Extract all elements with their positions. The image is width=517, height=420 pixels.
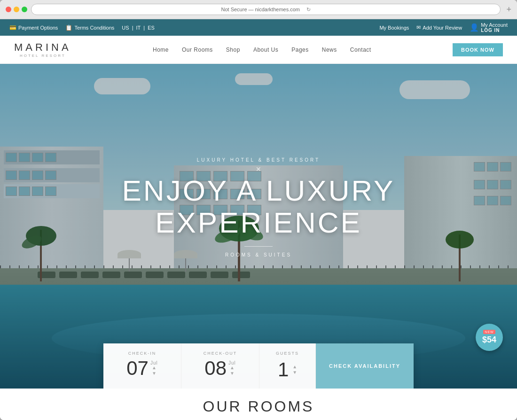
nav-news[interactable]: News <box>322 47 337 53</box>
checkout-label: CHECK-OUT <box>204 351 237 356</box>
nav-pages[interactable]: Pages <box>291 47 309 53</box>
address-bar[interactable]: Not Secure — nicdarkthemes.com ↻ <box>31 4 501 15</box>
main-nav: MARINA HOTEL RESORT Home Our Rooms Shop … <box>0 36 517 64</box>
checkin-label: CHECK-IN <box>128 351 157 356</box>
checkout-value-row: 08 Jul ▲ ▼ <box>204 358 236 378</box>
address-text: Not Secure — nicdarkthemes.com <box>221 7 300 12</box>
payment-options-item[interactable]: 💳 Payment Options <box>9 24 58 31</box>
bottom-section: OUR ROOMS <box>0 389 517 420</box>
add-review-item[interactable]: ✉ Add Your Review <box>416 24 462 31</box>
hero-rooms: ROOMS & SUITES <box>225 252 292 257</box>
nav-contact[interactable]: Contact <box>350 47 371 53</box>
nav-shop[interactable]: Shop <box>226 47 240 53</box>
hero-section: LUXURY HOTEL & BEST RESORT ✕ ENJOY A LUX… <box>0 64 517 389</box>
checkin-field: CHECK-IN 07 Jul ▲ ▼ <box>103 343 181 389</box>
dot-green[interactable] <box>22 7 27 12</box>
lang-us[interactable]: US <box>122 25 129 31</box>
checkin-value-row: 07 Jul ▲ ▼ <box>126 358 158 378</box>
browser-window: Not Secure — nicdarkthemes.com ↻ + 💳 Pay… <box>0 0 517 420</box>
guests-value-row: 1 ▲ ▼ <box>278 358 297 381</box>
check-availability-button[interactable]: CHECK AVAILABILITY <box>316 343 414 389</box>
my-account-label: My Account <box>481 22 508 28</box>
hero-content-wrapper: LUXURY HOTEL & BEST RESORT ✕ ENJOY A LUX… <box>0 64 517 420</box>
nav-home[interactable]: Home <box>153 47 169 53</box>
checkin-down-arrow[interactable]: ▼ <box>152 371 157 376</box>
logo-name: MARINA <box>14 41 71 54</box>
checkout-up-arrow[interactable]: ▲ <box>230 366 235 370</box>
website: 💳 Payment Options 📋 Terms Conditions US … <box>0 19 517 420</box>
top-bar: 💳 Payment Options 📋 Terms Conditions US … <box>0 19 517 36</box>
our-rooms-title: OUR ROOMS <box>19 398 498 415</box>
checkout-month-arrows: Jul ▲ ▼ <box>228 360 236 376</box>
checkout-down-arrow[interactable]: ▼ <box>230 371 235 376</box>
dot-yellow[interactable] <box>14 7 19 12</box>
checkin-day[interactable]: 07 <box>126 358 149 378</box>
top-bar-right: My Bookings ✉ Add Your Review 👤 My Accou… <box>379 22 508 33</box>
hero-overlay: LUXURY HOTEL & BEST RESORT ✕ ENJOY A LUX… <box>0 64 517 389</box>
nav-links: Home Our Rooms Shop About Us Pages News … <box>153 47 371 53</box>
price-badge[interactable]: NEW $54 <box>476 324 503 351</box>
logo-sub: HOTEL RESORT <box>14 54 71 58</box>
nav-our-rooms[interactable]: Our Rooms <box>182 47 213 53</box>
checkout-day[interactable]: 08 <box>204 358 227 378</box>
guests-arrows: ▲ ▼ <box>292 365 297 375</box>
price-amount: $54 <box>482 335 496 345</box>
terms-conditions-item[interactable]: 📋 Terms Conditions <box>65 24 114 31</box>
hero-title-line1: ENJOY A LUXURY <box>122 175 395 207</box>
top-bar-left: 💳 Payment Options 📋 Terms Conditions US … <box>9 24 155 31</box>
checkin-month-arrows: Jul ▲ ▼ <box>150 360 158 376</box>
user-icon: 👤 <box>470 23 479 32</box>
checkin-up-arrow[interactable]: ▲ <box>152 366 157 370</box>
nav-about-us[interactable]: About Us <box>253 47 278 53</box>
document-icon: 📋 <box>65 24 72 31</box>
lang-links: US | IT | ES <box>122 25 154 31</box>
hero-subtitle: LUXURY HOTEL & BEST RESORT <box>197 157 320 163</box>
add-review-label: Add Your Review <box>423 25 462 31</box>
hero-divider <box>244 246 273 247</box>
price-new-label: NEW <box>483 330 495 334</box>
guests-up-arrow[interactable]: ▲ <box>292 365 297 369</box>
hero-title-line2: EXPERIENCE <box>122 207 395 239</box>
booking-bar: CHECK-IN 07 Jul ▲ ▼ <box>103 343 414 389</box>
guests-down-arrow[interactable]: ▼ <box>292 370 297 375</box>
hero-title: ENJOY A LUXURY EXPERIENCE <box>122 175 395 239</box>
mail-icon: ✉ <box>416 24 421 31</box>
payment-options-label: Payment Options <box>18 25 58 31</box>
lang-it[interactable]: IT <box>136 25 141 31</box>
log-in-label[interactable]: LOG IN <box>481 28 500 33</box>
browser-chrome: Not Secure — nicdarkthemes.com ↻ + <box>0 0 517 19</box>
credit-card-icon: 💳 <box>9 24 16 31</box>
browser-dots <box>6 7 27 12</box>
hero-x: ✕ <box>256 165 261 173</box>
dot-red[interactable] <box>6 7 11 12</box>
my-account-item[interactable]: 👤 My Account LOG IN <box>470 22 508 33</box>
my-bookings-label: My Bookings <box>379 25 409 31</box>
checkout-field: CHECK-OUT 08 Jul ▲ ▼ <box>181 343 259 389</box>
logo-area: MARINA HOTEL RESORT <box>14 41 71 58</box>
guests-label: GUESTS <box>276 351 299 356</box>
guests-field: GUESTS 1 ▲ ▼ <box>259 343 316 389</box>
lang-es[interactable]: ES <box>148 25 155 31</box>
guests-count[interactable]: 1 <box>278 358 289 381</box>
new-tab-button[interactable]: + <box>506 5 511 15</box>
book-now-button[interactable]: BOOK NOW <box>453 43 503 56</box>
terms-conditions-label: Terms Conditions <box>74 25 114 31</box>
my-bookings-item[interactable]: My Bookings <box>379 25 409 31</box>
refresh-icon[interactable]: ↻ <box>306 7 311 13</box>
